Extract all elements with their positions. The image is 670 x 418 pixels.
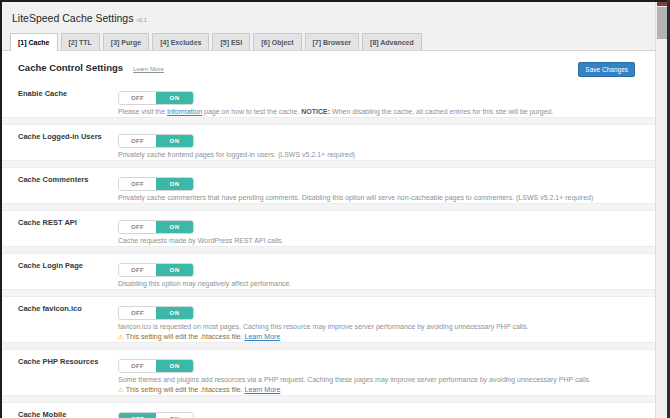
toggle-on-button[interactable]: ON	[156, 221, 193, 233]
settings-panel: Cache Control Settings Learn More Save C…	[2, 50, 655, 418]
toggle-cache-login-page: OFFON	[118, 263, 194, 277]
description-text: favicon.ico is requested on most pages. …	[118, 323, 528, 330]
description-text: When disabling the cache, all cached ent…	[330, 108, 553, 115]
warning-icon: ⚠	[118, 333, 124, 340]
setting-label: Cache Login Page	[18, 258, 118, 288]
tab-6-object[interactable]: [6] Object	[253, 33, 301, 50]
setting-description: Disabling this option may negatively aff…	[118, 279, 639, 288]
toggle-off-button[interactable]: OFF	[119, 178, 156, 190]
setting-control-area: OFFONfavicon.ico is requested on most pa…	[118, 301, 639, 341]
section-title: Cache Control Settings	[18, 62, 123, 73]
toggle-off-button[interactable]: OFF	[119, 92, 156, 104]
setting-row-cache-mobile: Cache MobileOFFONServe a separate cache …	[2, 403, 655, 418]
toggle-enable-cache: OFFON	[118, 91, 194, 105]
setting-label: Cache Logged-in Users	[18, 129, 118, 159]
toggle-on-button[interactable]: ON	[156, 264, 193, 276]
description-text: This setting will edit the .htaccess fil…	[126, 386, 245, 393]
toggle-off-button[interactable]: OFF	[119, 307, 156, 319]
plugin-version: v6.1	[136, 17, 146, 23]
setting-control-area: OFFONCache requests made by WordPress RE…	[118, 215, 639, 245]
toggle-on-button[interactable]: ON	[156, 135, 193, 147]
description-text: Privately cache commenters that have pen…	[118, 194, 593, 201]
toggle-on-button[interactable]: ON	[156, 307, 193, 319]
toggle-cache-logged-in-users: OFFON	[118, 134, 194, 148]
toggle-off-button[interactable]: OFF	[119, 413, 156, 418]
toggle-off-button[interactable]: OFF	[119, 360, 156, 372]
setting-control-area: OFFONPrivately cache frontend pages for …	[118, 129, 639, 159]
scrollbar-thumb[interactable]	[657, 7, 667, 39]
toggle-on-button[interactable]: ON	[156, 92, 193, 104]
warning-icon: ⚠	[118, 386, 124, 393]
toggle-off-button[interactable]: OFF	[119, 264, 156, 276]
toggle-cache-php-resources: OFFON	[118, 359, 194, 373]
toggle-cache-commenters: OFFON	[118, 177, 194, 191]
inline-link[interactable]: Information	[167, 108, 202, 115]
setting-control-area: OFFONPlease visit the Information page o…	[118, 86, 639, 116]
row-separator	[2, 342, 655, 350]
toggle-cache-favicon-ico: OFFON	[118, 306, 194, 320]
setting-row-cache-logged-in-users: Cache Logged-in UsersOFFONPrivately cach…	[2, 125, 655, 160]
save-changes-button[interactable]: Save Changes	[578, 62, 635, 77]
setting-label: Cache PHP Resources	[18, 354, 118, 394]
tab-5-esi[interactable]: [5] ESI	[212, 33, 250, 50]
toggle-on-button[interactable]: ON	[156, 178, 193, 190]
row-separator	[2, 246, 655, 254]
setting-control-area: OFFONSome themes and plugins add resourc…	[118, 354, 639, 394]
tab-1-cache[interactable]: [1] Cache	[10, 33, 58, 51]
toggle-on-button[interactable]: ON	[156, 360, 193, 372]
setting-warning: ⚠This setting will edit the .htaccess fi…	[118, 386, 639, 394]
setting-description: Privately cache frontend pages for logge…	[118, 150, 639, 159]
setting-control-area: OFFONPrivately cache commenters that hav…	[118, 172, 639, 202]
setting-label: Cache favicon.ico	[18, 301, 118, 341]
row-separator	[2, 289, 655, 297]
page-scrollbar[interactable]	[655, 2, 667, 418]
tab-7-browser[interactable]: [7] Browser	[305, 33, 360, 50]
description-text: Privately cache frontend pages for logge…	[118, 151, 355, 158]
toggle-on-button[interactable]: ON	[156, 413, 193, 418]
setting-warning: ⚠This setting will edit the .htaccess fi…	[118, 333, 639, 341]
description-text: Disabling this option may negatively aff…	[118, 280, 291, 287]
setting-control-area: OFFONServe a separate cache copy for mob…	[118, 407, 639, 418]
setting-row-enable-cache: Enable CacheOFFONPlease visit the Inform…	[2, 82, 655, 117]
tab-3-purge[interactable]: [3] Purge	[103, 33, 149, 50]
row-separator	[2, 203, 655, 211]
inline-link[interactable]: Learn More	[245, 333, 281, 340]
settings-tab-bar: [1] Cache[2] TTL[3] Purge[4] Excludes[5]…	[10, 33, 422, 51]
setting-description: Please visit the Information page on how…	[118, 107, 639, 116]
description-text: This setting will edit the .htaccess fil…	[126, 333, 245, 340]
setting-row-cache-php-resources: Cache PHP ResourcesOFFONSome themes and …	[2, 350, 655, 395]
tab-8-advanced[interactable]: [8] Advanced	[362, 33, 422, 50]
window-left-border	[0, 0, 2, 418]
setting-control-area: OFFONDisabling this option may negativel…	[118, 258, 639, 288]
description-text: Cache requests made by WordPress REST AP…	[118, 237, 283, 244]
setting-row-cache-commenters: Cache CommentersOFFONPrivately cache com…	[2, 168, 655, 203]
row-separator	[2, 395, 655, 403]
notice-text: NOTICE:	[301, 108, 330, 115]
toggle-off-button[interactable]: OFF	[119, 135, 156, 147]
setting-description: Some themes and plugins add resources vi…	[118, 375, 639, 384]
page-title-row: LiteSpeed Cache Settingsv6.1	[12, 8, 147, 26]
description-text: Some themes and plugins add resources vi…	[118, 376, 591, 383]
setting-label: Cache Commenters	[18, 172, 118, 202]
setting-row-cache-favicon-ico: Cache favicon.icoOFFONfavicon.ico is req…	[2, 297, 655, 342]
section-learn-more-link[interactable]: Learn More	[133, 66, 164, 72]
section-header: Cache Control Settings Learn More	[2, 51, 655, 82]
description-text: Please visit the	[118, 108, 167, 115]
setting-label: Enable Cache	[18, 86, 118, 116]
toggle-off-button[interactable]: OFF	[119, 221, 156, 233]
window-top-border	[0, 0, 670, 2]
setting-row-cache-rest-api: Cache REST APIOFFONCache requests made b…	[2, 211, 655, 246]
settings-rows: Enable CacheOFFONPlease visit the Inform…	[2, 82, 655, 418]
setting-label: Cache Mobile	[18, 407, 118, 418]
tab-2-ttl[interactable]: [2] TTL	[61, 33, 100, 50]
tab-4-excludes[interactable]: [4] Excludes	[152, 33, 209, 50]
page-title: LiteSpeed Cache Settings	[12, 12, 133, 24]
setting-description: Privately cache commenters that have pen…	[118, 193, 639, 202]
setting-description: favicon.ico is requested on most pages. …	[118, 322, 639, 331]
row-separator	[2, 160, 655, 168]
description-text: page on how to test the cache.	[202, 108, 301, 115]
toggle-cache-rest-api: OFFON	[118, 220, 194, 234]
setting-label: Cache REST API	[18, 215, 118, 245]
inline-link[interactable]: Learn More	[245, 386, 281, 393]
setting-row-cache-login-page: Cache Login PageOFFONDisabling this opti…	[2, 254, 655, 289]
